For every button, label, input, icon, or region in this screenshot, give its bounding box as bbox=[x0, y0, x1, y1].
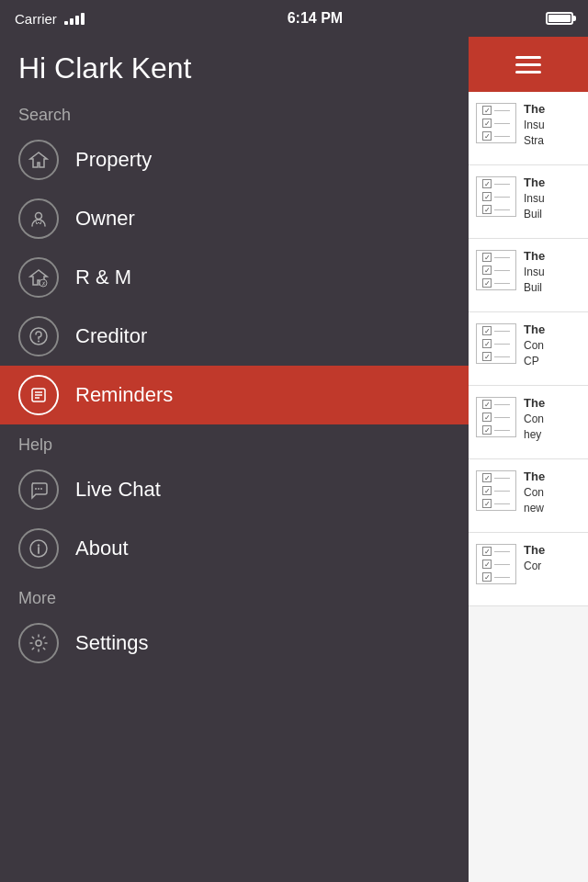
hamburger-line-2 bbox=[515, 63, 541, 66]
sidebar-item-about-label: About bbox=[75, 537, 129, 560]
right-header bbox=[469, 37, 588, 92]
svg-point-14 bbox=[38, 544, 40, 546]
chat-icon bbox=[18, 469, 59, 510]
about-icon bbox=[18, 528, 59, 569]
sidebar-item-about[interactable]: About bbox=[0, 519, 469, 578]
checklist-icon: ✓ ✓ ✓ bbox=[476, 544, 516, 584]
checklist-icon: ✓ ✓ ✓ bbox=[476, 323, 516, 364]
main-layout: Hi Clark Kent Search Property Owner bbox=[0, 37, 588, 882]
list-item[interactable]: ✓ ✓ ✓ The Cor bbox=[469, 533, 588, 606]
status-bar: Carrier 6:14 PM bbox=[0, 0, 588, 37]
carrier-label: Carrier bbox=[15, 11, 57, 27]
list-item[interactable]: ✓ ✓ ✓ The Insu Stra bbox=[469, 92, 588, 165]
sidebar-item-property-label: Property bbox=[75, 148, 152, 172]
reminders-icon bbox=[18, 375, 59, 415]
sidebar-item-rm[interactable]: ✗ R & M bbox=[0, 248, 469, 307]
sidebar-item-owner[interactable]: Owner bbox=[0, 189, 469, 248]
sidebar-item-rm-label: R & M bbox=[75, 266, 131, 289]
checklist-icon: ✓ ✓ ✓ bbox=[476, 176, 516, 217]
owner-icon bbox=[18, 198, 59, 239]
sidebar-item-property[interactable]: Property bbox=[0, 130, 469, 189]
svg-point-10 bbox=[35, 488, 37, 490]
list-item[interactable]: ✓ ✓ ✓ The Con hey bbox=[469, 386, 588, 459]
sidebar-item-reminders-label: Reminders bbox=[75, 383, 173, 407]
battery-fill bbox=[548, 15, 571, 22]
sidebar-item-settings[interactable]: Settings bbox=[0, 614, 469, 673]
checklist-icon: ✓ ✓ ✓ bbox=[476, 103, 516, 143]
wifi-icon bbox=[64, 12, 85, 25]
list-item[interactable]: ✓ ✓ ✓ The Insu Buil bbox=[469, 239, 588, 312]
time-label: 6:14 PM bbox=[288, 10, 343, 27]
sidebar-item-owner-label: Owner bbox=[75, 207, 135, 231]
list-item-text: The Cor bbox=[524, 542, 581, 574]
creditor-icon bbox=[18, 316, 59, 356]
hamburger-line-1 bbox=[515, 56, 541, 59]
hamburger-button[interactable] bbox=[515, 56, 541, 74]
search-section-label: Search bbox=[0, 95, 469, 130]
sidebar-item-live-chat-label: Live Chat bbox=[75, 478, 161, 502]
reminders-list: ✓ ✓ ✓ The Insu Stra ✓ ✓ ✓ The I bbox=[469, 92, 588, 882]
checklist-icon: ✓ ✓ ✓ bbox=[476, 470, 516, 511]
sidebar-item-live-chat[interactable]: Live Chat bbox=[0, 460, 469, 519]
list-item[interactable]: ✓ ✓ ✓ The Con CP bbox=[469, 312, 588, 386]
status-left: Carrier bbox=[15, 11, 85, 27]
help-section-label: Help bbox=[0, 424, 469, 460]
list-item-text: The Insu Buil bbox=[524, 248, 581, 296]
battery-icon bbox=[546, 12, 573, 25]
svg-point-0 bbox=[36, 213, 42, 220]
more-section-label: More bbox=[0, 578, 469, 614]
greeting: Hi Clark Kent bbox=[0, 37, 469, 95]
svg-text:✗: ✗ bbox=[41, 281, 46, 287]
rm-icon: ✗ bbox=[18, 257, 59, 298]
list-item[interactable]: ✓ ✓ ✓ The Con new bbox=[469, 459, 588, 533]
list-item-text: The Con CP bbox=[524, 322, 581, 369]
settings-icon bbox=[18, 623, 59, 663]
svg-point-12 bbox=[40, 488, 42, 490]
list-item-text: The Insu Stra bbox=[524, 101, 581, 149]
list-item-text: The Insu Buil bbox=[524, 175, 581, 222]
svg-point-5 bbox=[38, 341, 40, 343]
hamburger-line-3 bbox=[515, 71, 541, 74]
sidebar-item-creditor-label: Creditor bbox=[75, 324, 147, 348]
list-item[interactable]: ✓ ✓ ✓ The Insu Buil bbox=[469, 165, 588, 239]
status-right bbox=[546, 12, 573, 25]
checklist-icon: ✓ ✓ ✓ bbox=[476, 397, 516, 437]
list-item-text: The Con new bbox=[524, 469, 581, 516]
svg-point-11 bbox=[38, 488, 40, 490]
sidebar-item-settings-label: Settings bbox=[75, 631, 149, 655]
home-icon bbox=[18, 140, 59, 180]
sidebar: Hi Clark Kent Search Property Owner bbox=[0, 37, 469, 882]
sidebar-item-reminders[interactable]: Reminders bbox=[0, 366, 469, 424]
svg-point-16 bbox=[36, 640, 41, 646]
list-item-text: The Con hey bbox=[524, 395, 581, 443]
right-panel: ✓ ✓ ✓ The Insu Stra ✓ ✓ ✓ The I bbox=[469, 37, 588, 882]
checklist-icon: ✓ ✓ ✓ bbox=[476, 250, 516, 290]
sidebar-item-creditor[interactable]: Creditor bbox=[0, 307, 469, 366]
